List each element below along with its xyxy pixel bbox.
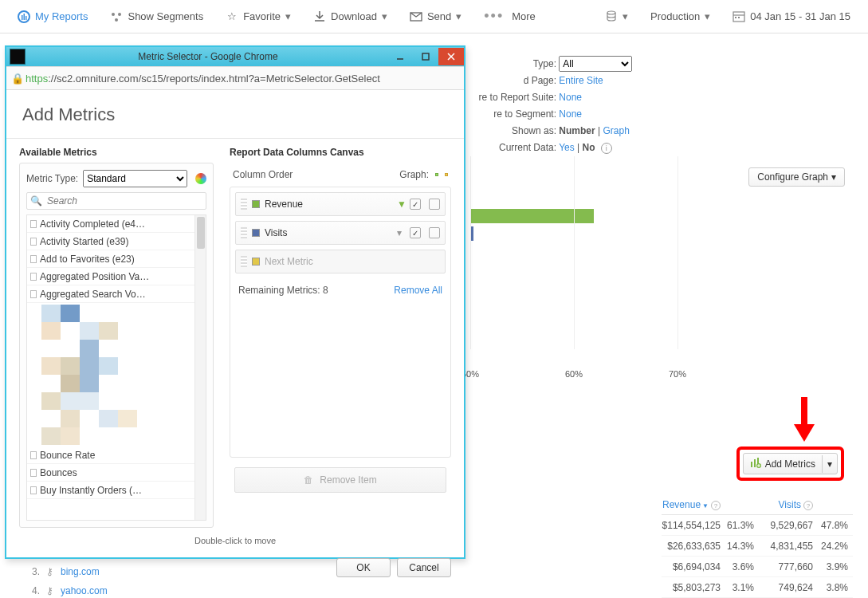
metric-type-label: Metric Type: <box>26 173 78 184</box>
color-swatch <box>252 200 260 208</box>
remove-all-link[interactable]: Remove All <box>394 285 442 296</box>
canvas-metric-revenue[interactable]: Revenue ▼ ✓ <box>235 192 446 216</box>
date-range-selector[interactable]: 04 Jan 15 - 31 Jan 15 <box>721 0 862 33</box>
close-button[interactable] <box>438 48 464 65</box>
table-row: $114,554,12561.3%9,529,66747.8% <box>662 515 853 536</box>
caret-down-icon: ▾ <box>705 10 710 22</box>
lock-icon: 🔒 <box>11 73 24 85</box>
current-data-label: Current Data: <box>470 140 556 156</box>
window-title: Metric Selector - Google Chrome <box>29 51 387 62</box>
favorite-link[interactable]: ☆ Favorite ▾ <box>214 0 302 33</box>
segment-link[interactable]: None <box>559 108 582 120</box>
checkbox-graph[interactable]: ✓ <box>410 227 421 238</box>
suite-link[interactable]: None <box>559 92 582 103</box>
drag-handle-icon[interactable] <box>241 227 247 238</box>
data-table: Revenue▼? Visits? $114,554,12561.3%9,529… <box>662 494 853 598</box>
minimize-button[interactable] <box>387 48 413 65</box>
report-config: Type: All d Page: Entire Site re to Repo… <box>470 56 632 156</box>
graph-label: Graph: <box>399 169 429 180</box>
list-item[interactable]: Bounce Rate <box>27 447 206 464</box>
list-item[interactable]: Aggregated Search Vo… <box>27 285 206 303</box>
caret-down-icon: ▾ <box>623 10 628 22</box>
list-item[interactable]: Buy Instantly Orders (… <box>27 482 206 499</box>
ok-button[interactable]: OK <box>336 558 391 577</box>
svg-marker-14 <box>794 424 815 442</box>
available-metrics-heading: Available Metrics <box>19 139 214 163</box>
drag-handle-icon[interactable] <box>241 256 247 267</box>
filter-icon[interactable] <box>195 173 206 184</box>
caret-down-icon: ▾ <box>831 171 836 183</box>
my-reports-link[interactable]: My Reports <box>6 0 99 33</box>
list-item[interactable]: Bounces <box>27 464 206 482</box>
caret-down-icon: ▾ <box>456 10 461 22</box>
add-metrics-caret[interactable]: ▾ <box>822 455 837 473</box>
svg-rect-12 <box>738 17 740 18</box>
checkbox-secondary[interactable] <box>429 199 440 210</box>
suite-label: re to Report Suite: <box>470 89 556 106</box>
list-item[interactable]: Activity Started (e39) <box>27 233 206 250</box>
canvas-metric-visits[interactable]: Visits ▾ ✓ <box>235 221 446 245</box>
workspace-label: Production <box>650 10 700 22</box>
workspace-selector[interactable]: Production ▾ <box>639 0 721 33</box>
shown-graph[interactable]: Graph <box>603 125 629 136</box>
svg-rect-20 <box>422 53 429 60</box>
configure-graph-button[interactable]: Configure Graph▾ <box>748 167 845 187</box>
download-label: Download <box>331 10 377 22</box>
app-icon <box>10 49 26 65</box>
list-item[interactable]: Aggregated Position Va… <box>27 268 206 285</box>
list-item[interactable]: Add to Favorites (e23) <box>27 250 206 268</box>
svg-rect-11 <box>735 17 736 18</box>
download-link[interactable]: Download ▾ <box>302 0 399 33</box>
remaining-label: Remaining Metrics: 8 <box>238 285 328 296</box>
url-bar[interactable]: 🔒 https://sc2.omniture.com/sc15/reports/… <box>6 66 464 90</box>
lock-open-icon[interactable] <box>435 173 438 176</box>
help-icon[interactable]: i <box>601 143 612 154</box>
send-link[interactable]: Send ▾ <box>399 0 473 33</box>
scrollbar-thumb[interactable] <box>197 217 205 249</box>
table-header: Revenue▼? Visits? <box>662 494 853 515</box>
metric-icon <box>30 469 37 477</box>
checkbox-secondary[interactable] <box>429 227 440 238</box>
metric-selector-modal: Metric Selector - Google Chrome 🔒 https:… <box>5 45 465 559</box>
svg-rect-16 <box>754 459 756 467</box>
lock-closed-icon[interactable] <box>445 173 448 176</box>
checkbox-graph[interactable]: ✓ <box>410 199 421 210</box>
metric-icon <box>30 273 37 281</box>
shown-number[interactable]: Number <box>559 125 595 136</box>
window-titlebar[interactable]: Metric Selector - Google Chrome <box>6 47 464 66</box>
more-link[interactable]: ••• More <box>473 0 547 33</box>
type-select[interactable]: All <box>559 56 632 72</box>
available-metrics-list[interactable]: Activity Completed (e4… Activity Started… <box>26 214 206 521</box>
chevron-down-icon[interactable]: ▾ <box>397 227 405 238</box>
add-metrics-button[interactable]: Add Metrics ▾ <box>743 453 838 474</box>
canvas-metric-placeholder[interactable]: Next Metric <box>235 250 446 273</box>
col-visits[interactable]: Visits? <box>754 499 813 510</box>
remove-item-button[interactable]: 🗑 Remove Item <box>234 467 446 493</box>
current-no[interactable]: No <box>583 142 595 153</box>
link-icon: ⚷ <box>46 585 54 596</box>
current-yes[interactable]: Yes <box>559 142 575 153</box>
show-segments-link[interactable]: Show Segments <box>99 0 214 33</box>
chevron-down-icon[interactable]: ▼ <box>397 199 405 210</box>
add-metrics-highlight: Add Metrics ▾ <box>736 447 844 481</box>
maximize-button[interactable] <box>413 48 438 65</box>
hint-text: Double-click to move <box>6 528 464 553</box>
canvas-heading: Report Data Columns Canvas <box>230 139 451 163</box>
bar-chart: 50% 60% 70% <box>470 207 678 367</box>
database-link[interactable]: ▾ <box>594 0 639 33</box>
domain-link[interactable]: yahoo.com <box>61 585 108 596</box>
search-input[interactable] <box>47 195 202 207</box>
table-row: $5,803,2733.1%749,6243.8% <box>662 577 853 598</box>
svg-point-8 <box>607 11 615 14</box>
scrollbar[interactable] <box>194 215 206 520</box>
page-link[interactable]: Entire Site <box>559 75 603 86</box>
cancel-button[interactable]: Cancel <box>397 558 451 577</box>
drag-handle-icon[interactable] <box>241 199 247 210</box>
button-row: OK Cancel <box>6 553 464 582</box>
tick-60: 60% <box>565 369 583 379</box>
col-revenue[interactable]: Revenue▼? <box>662 499 721 510</box>
list-item[interactable]: Activity Completed (e4… <box>27 215 206 233</box>
trash-icon: 🗑 <box>304 474 313 486</box>
metric-icon <box>30 238 37 246</box>
metric-type-select[interactable]: Standard <box>83 170 187 187</box>
